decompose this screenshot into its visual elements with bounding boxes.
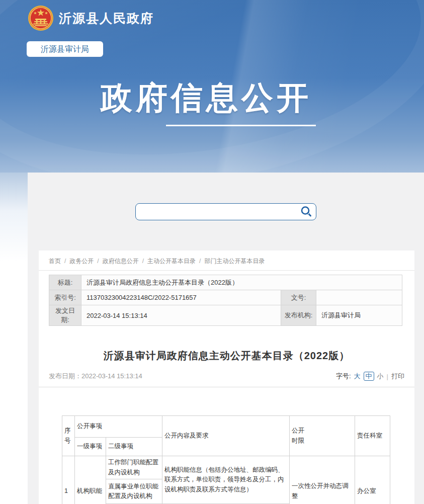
meta-date-label: 发文日期: xyxy=(49,305,81,326)
national-emblem-icon xyxy=(28,5,54,31)
breadcrumb: 首页/政务公开/政府信息公开/主动公开基本目录/部门主动公开基本目录 xyxy=(39,250,414,271)
cell-time: 一次性公开并动态调整 xyxy=(290,456,355,504)
meta-org-value: 沂源县审计局 xyxy=(316,305,402,326)
font-size-label: 字号: xyxy=(336,372,351,381)
meta-row-title: 标题: 沂源县审计局政府信息主动公开基本目录（2022版） xyxy=(49,275,402,290)
cell-dept: 办公室 xyxy=(355,456,390,504)
cell-content-ab: 机构职能信息（包括办公地址、邮政编码、联系方式，单位职责，领导姓名及分工，内设机… xyxy=(162,456,290,504)
search-bar xyxy=(135,203,316,220)
meta-row-index: 索引号: 11370323004223148C/2022-5171657 文号: xyxy=(49,290,402,305)
font-size-large-button[interactable]: 大 xyxy=(354,372,361,381)
breadcrumb-zfxxgk[interactable]: 政府信息公开 xyxy=(103,258,139,265)
header-dept: 责任科室 xyxy=(355,416,390,456)
breadcrumb-home[interactable]: 首页 xyxy=(49,258,61,265)
article-panel: 首页/政务公开/政府信息公开/主动公开基本目录/部门主动公开基本目录 标题: 沂… xyxy=(39,250,414,504)
header-seq: 序号 xyxy=(62,416,75,456)
breadcrumb-separator: / xyxy=(64,258,66,265)
banner-page-title: 政府信息公开 xyxy=(101,76,312,120)
meta-org-label: 发布机构: xyxy=(281,305,316,326)
header-content: 公开内容及要求 xyxy=(162,416,290,456)
meta-date-value: 2022-03-14 15:13:14 xyxy=(81,305,281,326)
header-items: 公开事项 xyxy=(75,416,162,438)
banner-underline xyxy=(166,125,316,126)
meta-row-date: 发文日期: 2022-03-14 15:13:14 发布机构: 沂源县审计局 xyxy=(49,305,402,326)
publish-date: 发布日期：2022-03-14 15:13:14 xyxy=(49,372,142,381)
search-button[interactable] xyxy=(299,205,313,218)
meta-title-value: 沂源县审计局政府信息主动公开基本目录（2022版） xyxy=(81,275,402,290)
breadcrumb-zdgkml[interactable]: 主动公开基本目录 xyxy=(147,258,196,265)
banner: 沂源县人民政府 沂源县审计局 政府信息公开 xyxy=(0,0,424,173)
cell-level2-a: 工作部门职能配置及内设机构 xyxy=(106,456,162,479)
article-meta-row: 发布日期：2022-03-14 15:13:14 字号: 大 中 小 | 打印 xyxy=(49,372,404,381)
breadcrumb-zwgk[interactable]: 政务公开 xyxy=(69,258,94,265)
font-size-control: 字号: 大 中 小 | 打印 xyxy=(336,372,404,381)
header-time: 公开 时限 xyxy=(290,416,355,456)
catalog-header-row-1: 序号 公开事项 公开内容及要求 公开 时限 责任科室 xyxy=(62,416,390,438)
department-button[interactable]: 沂源县审计局 xyxy=(27,41,103,57)
font-size-medium-button[interactable]: 中 xyxy=(364,372,374,381)
meta-docnum-value xyxy=(316,290,402,305)
article-divider xyxy=(39,387,414,387)
cell-level1: 机构职能 xyxy=(75,456,106,504)
catalog-table: 序号 公开事项 公开内容及要求 公开 时限 责任科室 一级事项 二级事项 1 机… xyxy=(62,415,390,504)
control-separator: | xyxy=(387,373,388,380)
print-button[interactable]: 打印 xyxy=(391,372,404,381)
publish-date-value: 2022-03-14 15:13:14 xyxy=(81,372,142,380)
meta-docnum-label: 文号: xyxy=(281,290,316,305)
cell-level2-b: 直属事业单位职能配置及内设机构 xyxy=(106,479,162,504)
font-size-small-button[interactable]: 小 xyxy=(377,372,384,381)
search-input[interactable] xyxy=(135,203,316,220)
meta-index-value: 11370323004223148C/2022-5171657 xyxy=(81,290,281,305)
meta-title-label: 标题: xyxy=(49,275,81,290)
page: { "site": { "gov_name": "沂源县人民政府", "dept… xyxy=(0,0,424,504)
meta-index-label: 索引号: xyxy=(49,290,81,305)
gov-site-name: 沂源县人民政府 xyxy=(59,10,154,27)
catalog-row-1a: 1 机构职能 工作部门职能配置及内设机构 机构职能信息（包括办公地址、邮政编码、… xyxy=(62,456,390,479)
cell-seq: 1 xyxy=(62,456,75,504)
breadcrumb-separator: / xyxy=(97,258,99,265)
header-level1: 一级事项 xyxy=(75,438,106,456)
magnifier-icon xyxy=(300,205,313,218)
doc-meta-table: 标题: 沂源县审计局政府信息主动公开基本目录（2022版） 索引号: 11370… xyxy=(49,275,402,326)
site-logo[interactable]: 沂源县人民政府 xyxy=(28,5,154,31)
breadcrumb-separator: / xyxy=(199,258,201,265)
article-title: 沂源县审计局政府信息主动公开基本目录（2022版） xyxy=(39,349,414,363)
breadcrumb-separator: / xyxy=(142,258,144,265)
breadcrumb-bmzdgkml[interactable]: 部门主动公开基本目录 xyxy=(204,258,265,265)
content-panel: 首页/政务公开/政府信息公开/主动公开基本目录/部门主动公开基本目录 标题: 沂… xyxy=(28,173,424,504)
publish-date-label: 发布日期： xyxy=(49,372,81,380)
header-level2: 二级事项 xyxy=(106,438,162,456)
